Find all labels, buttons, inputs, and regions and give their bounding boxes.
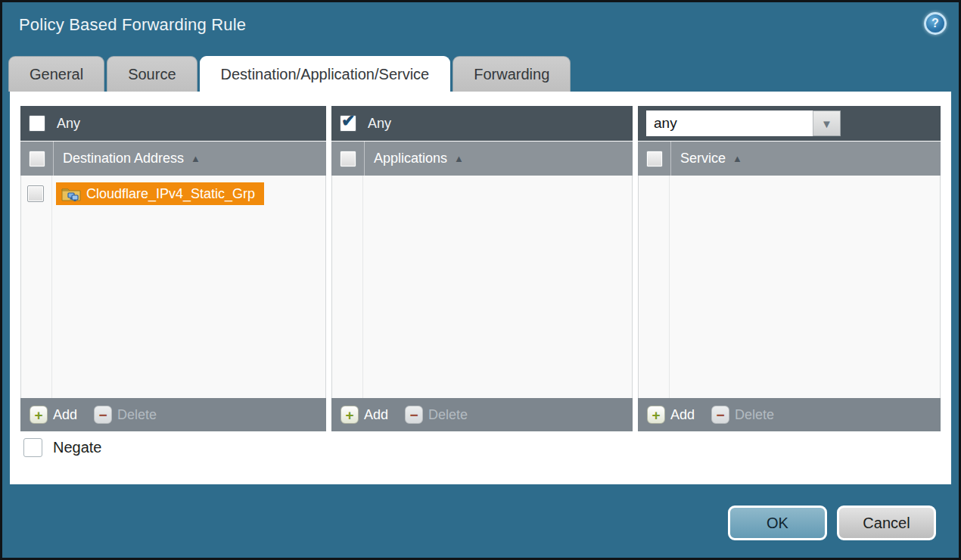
applications-any-label: Any <box>368 116 391 132</box>
chevron-down-icon[interactable]: ▼ <box>813 110 841 136</box>
destination-any-bar: Any <box>20 106 326 141</box>
add-icon[interactable]: + <box>647 406 665 424</box>
table-row: Cloudflare_IPv4_Static_Grp <box>21 182 325 205</box>
negate-row: Negate <box>23 438 102 457</box>
service-header-label: Service <box>680 151 726 166</box>
service-column: any ▼ Service ▲ + Add − Delete <box>638 106 941 431</box>
delete-button[interactable]: Delete <box>117 407 157 423</box>
sort-asc-icon[interactable]: ▲ <box>191 153 201 164</box>
service-list <box>638 176 941 398</box>
sort-asc-icon[interactable]: ▲ <box>454 153 464 164</box>
delete-icon[interactable]: − <box>711 406 729 424</box>
list-divider <box>51 176 52 398</box>
list-divider <box>362 176 363 398</box>
delete-button[interactable]: Delete <box>428 407 468 423</box>
destination-footer-bar: + Add − Delete <box>20 398 326 431</box>
header-divider <box>53 142 54 176</box>
pbf-rule-dialog: Policy Based Forwarding Rule ? General S… <box>0 0 961 560</box>
applications-column: ✔ Any Applications ▲ + Add − Del <box>331 106 633 431</box>
applications-select-all-checkbox[interactable] <box>340 151 356 167</box>
applications-any-checkbox[interactable]: ✔ <box>340 115 356 132</box>
applications-any-bar: ✔ Any <box>331 106 633 141</box>
tab-destination-application-service[interactable]: Destination/Application/Service <box>200 56 451 92</box>
delete-icon[interactable]: − <box>94 406 112 424</box>
tab-source[interactable]: Source <box>107 56 197 92</box>
row-checkbox[interactable] <box>27 185 44 202</box>
applications-header[interactable]: Applications ▲ <box>331 142 633 176</box>
dialog-title: Policy Based Forwarding Rule <box>19 15 246 35</box>
sort-asc-icon[interactable]: ▲ <box>732 153 742 164</box>
add-button[interactable]: Add <box>53 407 77 423</box>
checkmark-icon: ✔ <box>341 111 355 131</box>
cancel-button[interactable]: Cancel <box>837 506 936 540</box>
destination-any-label: Any <box>57 116 80 132</box>
add-icon[interactable]: + <box>30 406 48 424</box>
service-header[interactable]: Service ▲ <box>638 142 941 176</box>
header-divider <box>364 142 365 176</box>
destination-address-header[interactable]: Destination Address ▲ <box>20 142 326 176</box>
delete-button[interactable]: Delete <box>735 407 774 423</box>
tab-forwarding[interactable]: Forwarding <box>453 56 571 92</box>
tab-general[interactable]: General <box>8 56 104 92</box>
applications-header-label: Applications <box>374 151 447 166</box>
columns-wrapper: Any Destination Address ▲ <box>20 106 941 431</box>
service-dropdown-value[interactable]: any <box>646 110 813 136</box>
destination-address-item[interactable]: Cloudflare_IPv4_Static_Grp <box>56 182 264 205</box>
add-button[interactable]: Add <box>670 407 695 423</box>
tab-content-panel: Any Destination Address ▲ <box>10 92 951 484</box>
destination-address-header-label: Destination Address <box>63 151 184 166</box>
list-divider <box>669 176 670 398</box>
negate-checkbox[interactable] <box>23 438 42 457</box>
ok-button[interactable]: OK <box>728 506 827 540</box>
destination-any-checkbox[interactable] <box>29 115 45 132</box>
destination-select-all-checkbox[interactable] <box>29 151 45 167</box>
negate-label: Negate <box>53 439 102 456</box>
destination-address-list: Cloudflare_IPv4_Static_Grp <box>20 176 326 398</box>
service-dropdown[interactable]: any ▼ <box>646 110 841 136</box>
address-group-icon <box>61 186 81 202</box>
delete-icon[interactable]: − <box>405 406 423 424</box>
dialog-footer-buttons: OK Cancel <box>728 506 936 540</box>
help-icon[interactable]: ? <box>924 12 947 35</box>
applications-footer-bar: + Add − Delete <box>331 398 633 431</box>
service-footer-bar: + Add − Delete <box>638 398 941 431</box>
service-select-all-checkbox[interactable] <box>646 151 663 167</box>
tab-bar: General Source Destination/Application/S… <box>8 55 571 92</box>
add-button[interactable]: Add <box>364 407 388 423</box>
service-dropdown-bar: any ▼ <box>638 106 941 141</box>
destination-address-item-label: Cloudflare_IPv4_Static_Grp <box>86 186 255 202</box>
add-icon[interactable]: + <box>341 406 359 424</box>
header-divider <box>670 142 671 176</box>
destination-address-column: Any Destination Address ▲ <box>20 106 326 431</box>
applications-list <box>331 176 633 398</box>
